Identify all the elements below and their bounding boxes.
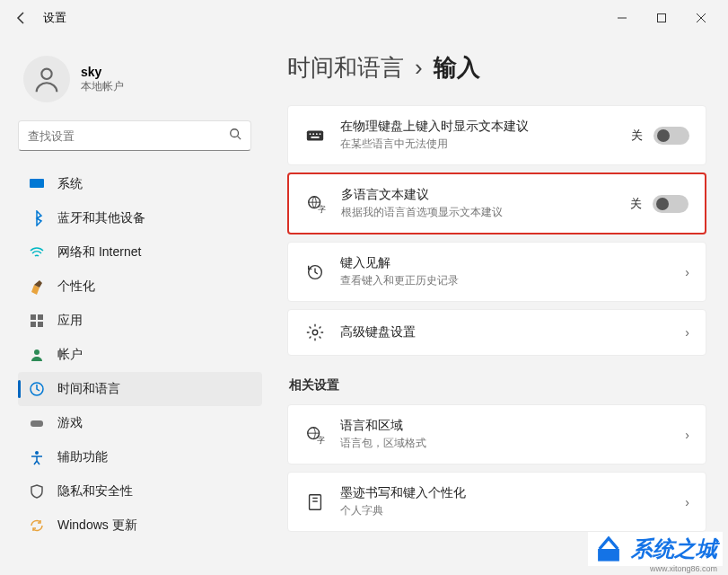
svg-text:字: 字	[317, 436, 325, 445]
svg-text:字: 字	[318, 205, 326, 214]
arrow-left-icon	[14, 11, 29, 25]
sidebar-item-label: 系统	[57, 176, 83, 192]
svg-rect-31	[598, 549, 619, 562]
sidebar-item-apps[interactable]: 应用	[18, 304, 262, 338]
sidebar-item-personalization[interactable]: 个性化	[18, 270, 262, 304]
wifi-icon	[29, 244, 45, 261]
sidebar-item-label: 辅助功能	[57, 449, 108, 465]
page-title: 输入	[434, 52, 480, 84]
dictionary-icon	[304, 492, 326, 512]
maximize-button[interactable]	[642, 4, 681, 32]
chevron-right-icon: ›	[415, 54, 423, 82]
svg-point-5	[231, 129, 239, 137]
setting-title: 多语言文本建议	[341, 187, 616, 203]
chevron-right-icon: ›	[685, 495, 689, 509]
sidebar-item-label: 蓝牙和其他设备	[57, 210, 145, 226]
toggle-state-label: 关	[630, 196, 642, 212]
main-content: 时间和语言 › 输入 在物理键盘上键入时显示文本建议 在某些语言中无法使用 关 …	[269, 36, 728, 575]
sidebar-item-network[interactable]: 网络和 Internet	[18, 235, 262, 270]
sidebar-item-label: 帐户	[57, 347, 83, 363]
svg-point-12	[34, 349, 39, 355]
setting-multilingual-suggestions[interactable]: 字 多语言文本建议 根据我的语言首选项显示文本建议 关	[287, 172, 706, 234]
sidebar-item-gaming[interactable]: 游戏	[18, 406, 262, 440]
svg-line-6	[238, 137, 241, 140]
toggle-switch[interactable]	[653, 127, 689, 145]
sidebar-item-accessibility[interactable]: 辅助功能	[18, 440, 262, 474]
chevron-right-icon: ›	[685, 325, 689, 340]
sidebar-item-label: 隐私和安全性	[57, 483, 133, 500]
svg-point-17	[310, 133, 311, 135]
user-name: sky	[81, 65, 124, 79]
window-controls	[602, 4, 721, 32]
setting-advanced-keyboard[interactable]: 高级键盘设置 ›	[287, 309, 706, 356]
svg-point-20	[320, 133, 321, 135]
sidebar-item-label: 游戏	[57, 415, 83, 431]
user-row[interactable]: sky 本地帐户	[18, 45, 262, 120]
display-icon	[29, 176, 45, 192]
avatar	[23, 56, 70, 102]
svg-rect-7	[30, 179, 44, 188]
watermark: 系统之城 www.xitong86.com	[588, 532, 723, 566]
svg-rect-21	[311, 136, 319, 137]
sidebar-item-label: Windows 更新	[57, 518, 137, 534]
search-input[interactable]	[28, 129, 229, 143]
chevron-right-icon: ›	[685, 265, 689, 279]
bluetooth-icon	[29, 210, 45, 226]
close-icon	[697, 13, 706, 22]
setting-title: 键入见解	[340, 255, 671, 271]
watermark-logo-icon	[593, 534, 624, 564]
toggle-state-label: 关	[631, 128, 643, 144]
back-button[interactable]	[7, 4, 36, 32]
setting-title: 墨迹书写和键入个性化	[340, 485, 671, 501]
sidebar-item-accounts[interactable]: 帐户	[18, 338, 262, 372]
gamepad-icon	[29, 415, 45, 431]
minimize-icon	[618, 13, 627, 22]
setting-physical-keyboard-suggestions[interactable]: 在物理键盘上键入时显示文本建议 在某些语言中无法使用 关	[287, 105, 706, 165]
sidebar-item-privacy[interactable]: 隐私和安全性	[18, 474, 262, 509]
user-subtitle: 本地帐户	[81, 79, 124, 94]
svg-point-25	[312, 330, 318, 335]
toggle-switch[interactable]	[653, 195, 689, 213]
svg-point-4	[41, 69, 51, 79]
sidebar-item-system[interactable]: 系统	[18, 167, 262, 201]
setting-typing-insights[interactable]: 键入见解 查看键入和更正历史记录 ›	[287, 242, 706, 302]
nav-list: 系统 蓝牙和其他设备 网络和 Internet 个性化 应用 帐户	[18, 167, 262, 575]
window-title: 设置	[43, 10, 66, 26]
breadcrumb-parent[interactable]: 时间和语言	[287, 52, 404, 84]
svg-rect-16	[307, 130, 323, 140]
sidebar: sky 本地帐户 系统 蓝牙和其他设备 网络和 Internet 个	[0, 36, 269, 575]
chevron-right-icon: ›	[685, 428, 689, 442]
setting-subtitle: 在某些语言中无法使用	[340, 137, 617, 152]
keyboard-icon	[304, 126, 326, 146]
setting-title: 高级键盘设置	[340, 324, 671, 341]
setting-title: 语言和区域	[340, 418, 671, 434]
watermark-url: www.xitong86.com	[650, 564, 717, 573]
brush-icon	[29, 279, 45, 295]
svg-point-18	[312, 133, 314, 135]
close-button[interactable]	[681, 4, 721, 32]
sidebar-item-label: 网络和 Internet	[57, 244, 141, 261]
shield-icon	[29, 483, 45, 500]
update-icon	[29, 518, 45, 534]
svg-rect-11	[38, 322, 43, 327]
svg-rect-10	[31, 322, 36, 327]
related-language-region[interactable]: 字 语言和区域 语言包，区域格式 ›	[287, 404, 706, 464]
sidebar-item-update[interactable]: Windows 更新	[18, 509, 262, 543]
setting-subtitle: 个人字典	[340, 503, 671, 518]
svg-point-15	[35, 451, 39, 455]
globe-clock-icon	[29, 381, 45, 397]
sidebar-item-bluetooth[interactable]: 蓝牙和其他设备	[18, 201, 262, 235]
svg-rect-9	[38, 314, 43, 320]
history-icon	[304, 262, 326, 282]
svg-point-19	[316, 133, 318, 135]
search-box[interactable]	[18, 120, 251, 151]
setting-subtitle: 语言包，区域格式	[340, 436, 671, 451]
setting-title: 在物理键盘上键入时显示文本建议	[340, 119, 617, 135]
sidebar-item-time-language[interactable]: 时间和语言	[18, 372, 262, 406]
minimize-button[interactable]	[602, 4, 642, 32]
globe-text-icon: 字	[305, 194, 327, 214]
related-settings-label: 相关设置	[289, 377, 706, 394]
svg-rect-14	[31, 420, 43, 427]
setting-subtitle: 根据我的语言首选项显示文本建议	[341, 205, 616, 220]
related-inking-typing[interactable]: 墨迹书写和键入个性化 个人字典 ›	[287, 472, 706, 532]
